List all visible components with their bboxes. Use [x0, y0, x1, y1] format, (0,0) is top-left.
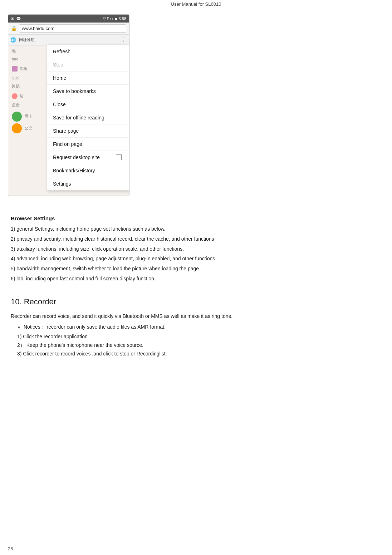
status-bar-right: ▽ E↑↓ ■ 3:58	[103, 16, 126, 21]
menu-item-refresh[interactable]: Refresh	[47, 45, 129, 58]
browser-settings-item-1: 1) general Settings, including home page…	[11, 225, 381, 234]
menu-item-save-offline[interactable]: Save for offline reading	[47, 111, 129, 124]
browser-content: 🌐 网址导航 ⋮ 地 hao 片 淘昕 小 小区	[8, 35, 129, 196]
orange-circle-icon	[12, 123, 22, 133]
menu-item-settings[interactable]: Settings	[47, 177, 129, 190]
address-bar[interactable]: 🔒 www.baidu.com	[8, 23, 129, 35]
menu-item-close-label: Close	[53, 102, 66, 107]
browser-settings-heading: Browser Settings	[11, 215, 381, 221]
menu-item-bookmarks-history[interactable]: Bookmarks/History	[47, 164, 129, 177]
phone-screenshot: ✉ 💬 ▽ E↑↓ ■ 3:58 🔒 www.baidu.com 🌐 网址导航 …	[8, 14, 129, 196]
menu-item-home[interactable]: Home	[47, 72, 129, 85]
battery-icon: ■	[115, 16, 117, 21]
menu-item-refresh-label: Refresh	[53, 49, 70, 54]
chinese-text-2: hao	[12, 56, 34, 63]
section-separator	[11, 287, 381, 287]
recorder-section-heading: 10. Recorder	[11, 297, 381, 306]
browser-settings-item-3: 3) auxiliary functions, including size, …	[11, 245, 381, 254]
globe-icon: 🌐	[10, 37, 16, 43]
menu-item-find-on-page-label: Find on page	[53, 141, 82, 147]
browser-toolbar: 🌐 网址导航 ⋮	[8, 35, 129, 45]
tab-label: 网址导航	[19, 37, 35, 43]
main-content: Browser Settings 1) general Settings, in…	[0, 201, 392, 369]
phone-area: ✉ 💬 ▽ E↑↓ ■ 3:58 🔒 www.baidu.com 🌐 网址导航 …	[0, 9, 392, 201]
status-bar-left: ✉ 💬	[11, 16, 21, 21]
recorder-step-3: 3) Click recorder to record voices ,and …	[17, 350, 381, 358]
chinese-text-3: 淘昕	[20, 65, 28, 73]
message-icon: 💬	[16, 16, 21, 21]
page-number: 25	[8, 546, 13, 551]
time-display: 3:58	[119, 16, 126, 21]
menu-item-share-page-label: Share page	[53, 128, 79, 134]
url-display[interactable]: www.baidu.com	[19, 24, 126, 33]
chinese-text-8: 看卡	[25, 113, 33, 120]
status-bar: ✉ 💬 ▽ E↑↓ ■ 3:58	[8, 15, 129, 23]
browser-settings-item-4: 4) advanced, including web browsing, pag…	[11, 255, 381, 263]
favicon-icon: 🔒	[11, 26, 17, 31]
request-desktop-checkbox[interactable]	[116, 154, 122, 160]
menu-item-home-label: Home	[53, 75, 66, 81]
menu-item-stop-label: Stop	[53, 62, 63, 68]
envelope-icon: ✉	[11, 16, 14, 21]
recorder-intro: Recorder can record voice, and send it q…	[11, 312, 381, 321]
menu-item-close[interactable]: Close	[47, 98, 129, 111]
recorder-step-1: 1) Click the recorder application.	[17, 333, 381, 341]
menu-item-request-desktop-label: Request desktop site	[53, 154, 100, 160]
browser-settings-item-5: 5) bandwidth management, switch whether …	[11, 265, 381, 273]
bookmark-icon	[12, 66, 18, 72]
more-options-icon[interactable]: ⋮	[121, 36, 127, 43]
location-icon	[12, 93, 18, 99]
menu-item-request-desktop[interactable]: Request desktop site	[47, 151, 129, 164]
menu-item-settings-label: Settings	[53, 181, 71, 187]
menu-item-save-offline-label: Save for offline reading	[53, 115, 104, 121]
recorder-step-2: 2） Keep the phone's microphone near the …	[17, 341, 381, 350]
menu-item-bookmarks-history-label: Bookmarks/History	[53, 168, 95, 173]
signal-icon: ▽ E↑↓	[103, 16, 113, 21]
menu-item-stop[interactable]: Stop	[47, 58, 129, 72]
menu-item-save-bookmarks-label: Save to bookmarks	[53, 88, 96, 94]
recorder-notice: Notices： recorder can only save the audi…	[24, 323, 381, 331]
green-circle-icon	[12, 112, 22, 122]
browser-dropdown-menu: Refresh Stop Home Save to bookmarks Clos…	[47, 45, 129, 191]
page-title-bar: User Manual for SL6010	[0, 0, 392, 9]
chinese-text-1: 地	[12, 48, 34, 55]
chinese-text-6: 居	[20, 93, 24, 100]
browser-settings-item-2: 2) privacy and security, including clear…	[11, 235, 381, 244]
menu-item-save-bookmarks[interactable]: Save to bookmarks	[47, 85, 129, 98]
browser-settings-item-6: 6) lab, including open fast control and …	[11, 275, 381, 283]
chinese-text-9: 公交	[25, 125, 33, 132]
menu-item-share-page[interactable]: Share page	[47, 124, 129, 138]
menu-item-find-on-page[interactable]: Find on page	[47, 138, 129, 151]
